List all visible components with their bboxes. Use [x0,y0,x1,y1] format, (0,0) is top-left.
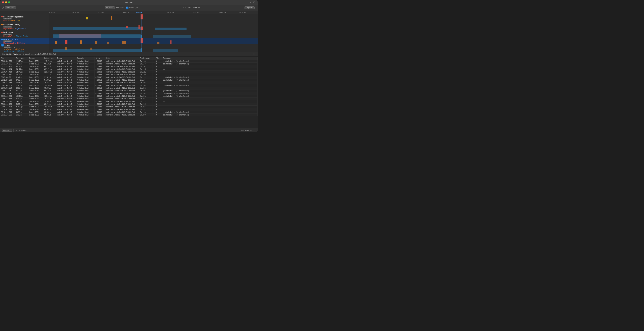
input-filter-label: Input filter [3,129,10,131]
duplicate-button[interactable]: Duplicate [244,6,254,9]
timeline-header: 0:00.000 00:05.000 00:10.000 00:15.000 0… [0,11,258,15]
table-row[interactable]: 00:06.162.18875.67 μsXcode (1051)75.67 μ… [0,98,258,100]
track-filter-button[interactable]: Track Filter [5,6,16,9]
xcode-icon: X [126,7,128,9]
svg-rect-29 [153,49,178,52]
maximize-button[interactable] [8,1,10,3]
col-header-tier[interactable]: Tier [155,57,162,60]
table-row[interactable]: 00:06.162.09079.83 μsXcode (1051)79.83 μ… [0,100,258,103]
track-viz-suggestions [49,15,258,23]
input-filter-button[interactable]: Input filter [2,129,12,132]
titlebar: Untitled + [0,0,258,5]
table-row[interactable]: 00:07.430.70191.42 μsXcode (1051)91.42 μ… [0,76,258,79]
table-row[interactable]: 00:10.149.39590.38 μsXcode (1051)90.38 μ… [0,111,258,114]
col-header-path[interactable]: Path [105,57,139,60]
pause-icon[interactable]: ⏸ [2,7,4,9]
track-xcode: X Xcode Process 1051 Max Write Lat...4KB… [0,44,258,52]
table-row[interactable]: 00:10.841.35269.04 μsXcode (1051)69.04 μ… [0,108,258,111]
track-label-disk-io-latency: Disk I/O Latency Instrument Max Latency … [0,38,49,44]
svg-rect-28 [140,48,142,52]
table-row[interactable]: 00:09.754.03196.12 μsXcode (1051)96.12 μ… [0,90,258,92]
col-header-bytes[interactable]: Bytes [94,57,105,60]
track-viz-disk-usage [49,30,258,38]
track-icon-disk-usage [1,32,3,33]
col-header-start[interactable]: Start [0,57,15,60]
main-window: Untitled + ⏸ Track Filter All Tracks adm… [0,0,258,132]
col-header-block-number[interactable]: Block number [139,57,152,60]
table-row[interactable]: 00:06.533.958110.79 μsXcode (1051)110.79… [0,60,258,63]
table-row[interactable]: 00:09.638.42974.33 μsXcode (1051)74.33 μ… [0,81,258,84]
table-row[interactable]: 00:12.273.38687.83 μsXcode (1051)87.83 μ… [0,79,258,81]
track-badge-disk-usage: Instrument [3,34,12,35]
run-info: Run 1 of 1 | 00:00:21 ℹ [142,7,243,9]
track-name-disk-io: Disk I/O Latency [3,38,18,40]
table-row[interactable]: 00:06.161.708359.00 μsXcode (1051)359.00… [0,106,258,108]
svg-rect-5 [111,16,112,20]
track-label-filesystem-activity: Filesystem Activity Instrument Logical W… [0,23,49,30]
track-filesystem-suggestions: Filesystem Suggestions Instrument High M… [0,15,258,23]
svg-rect-11 [138,25,140,29]
track-content-suggestions [49,15,258,23]
close-button[interactable] [2,1,4,3]
table-row[interactable]: 00:06.392.55966.00 μsXcode (1051)66.00 μ… [0,87,258,90]
export-icon[interactable] [254,53,256,56]
svg-rect-14 [140,35,142,38]
table-row[interactable]: 00:08.454.16773.17 μsXcode (1051)73.17 μ… [0,73,258,76]
track-name-activity: Filesystem Activity [3,24,20,26]
breadcrumb-arrow: › [125,7,126,9]
table-row[interactable]: 00:16.054.428126.46 μsXcode (1051)126.46… [0,71,258,73]
track-badge-xcode-process: Process [4,47,10,48]
all-tracks-button[interactable]: All Tracks [105,6,114,9]
col-header-total-latency[interactable]: Total Laten... [15,57,28,60]
table-row[interactable]: 00:07.339.370128.50 μsXcode (1051)128.50… [0,84,258,87]
window-title: Untitled [125,1,132,4]
track-badge-suggestions: Instrument [3,18,12,20]
data-area: Disk I/O Tier Statistics ⚙ unknown (vnod… [0,52,258,132]
max-write-lat-label: Max Write Lat...4KB (10ms) [4,48,47,50]
col-header-backtrace[interactable]: Backtrace [162,57,258,60]
col-header-lat4k[interactable]: Latency per 4KB [43,57,56,60]
col-header-sort[interactable] [152,57,155,60]
ruler-tick-5: 00:30.000 [193,12,200,14]
settings-icon[interactable]: ⚙ [22,53,24,55]
ruler-tick-4: 00:25.000 [168,12,174,14]
window-controls [2,1,10,3]
col-header-thread[interactable]: Thread [56,57,76,60]
max-latency-per-4kb-label: Max Latency Per 4KB (10ms) [3,42,25,44]
logical-reads-label: Logical Reads [15,28,26,30]
col-header-process[interactable]: Process [28,57,43,60]
track-icon-suggestions [1,16,3,18]
track-icon-disk-io [1,39,3,40]
ruler-tick-3: 00:15.000 [122,12,129,14]
track-icon-activity [1,24,3,25]
info-icon: ℹ [202,7,202,9]
minimize-button[interactable] [5,1,7,3]
logical-writes-label: Logical Writes [3,28,14,30]
table-row[interactable]: 00:13.219.70064.17 μsXcode (1051)64.17 μ… [0,65,258,68]
fullscreen-button[interactable] [253,1,256,4]
detail-filter-area: Detail Filter [15,129,28,131]
col-header-operation[interactable]: Operation [76,57,94,60]
track-label-xcode: X Xcode Process 1051 Max Write Lat...4KB… [0,44,49,52]
track-disk-usage: Disk Usage Instrument Physical Writes Ph… [0,30,258,38]
table-header-row: Start Total Laten... Process Latency per… [0,57,258,60]
footer: Input filter Detail Filter 0 of 34,048 s… [0,128,258,132]
svg-rect-20 [107,42,109,44]
svg-rect-31 [90,48,92,50]
ruler-tick-1: 00:05.000 [72,12,79,14]
svg-rect-15 [153,35,191,38]
table-row[interactable]: 00:06.764.54181.04 μsXcode (1051)81.04 μ… [0,92,258,95]
table-wrapper[interactable]: Start Total Laten... Process Latency per… [0,57,258,128]
table-row[interactable]: 00:12.103.36568.12 μsXcode (1051)68.12 μ… [0,63,258,65]
track-content-activity [49,23,258,30]
detail-filter-button[interactable]: Detail Filter [17,129,28,131]
track-viz-disk-io [49,38,258,44]
table-row[interactable]: 00:06.162.280108.12 μsXcode (1051)108.12… [0,95,258,98]
table-row[interactable]: 00:06.156.13689.21 μsXcode (1051)89.21 μ… [0,103,258,106]
table-row[interactable]: 00:06.162.404831.71 μsXcode (1051)831.71… [0,68,258,71]
track-disk-io-latency[interactable]: Disk I/O Latency Instrument Max Latency … [0,38,258,44]
add-button[interactable]: + [249,1,252,4]
ruler-tick-2: 00:10.000 [98,12,105,14]
table-row[interactable]: 00:11.146.66666.03 μsXcode (1051)66.03 μ… [0,114,258,116]
svg-rect-18 [80,41,82,44]
